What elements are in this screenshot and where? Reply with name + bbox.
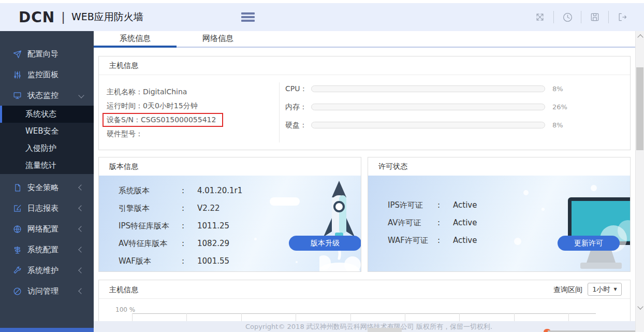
monitor-icon bbox=[13, 91, 22, 100]
main-content: 系统信息 网络信息 主机信息 主机名称：DigitalChina 运行时间：0天… bbox=[94, 31, 635, 321]
version-panel-body: 系统版本:4.01.20.1r1 引擎版本:V2.22 IPS特征库版本:101… bbox=[99, 176, 361, 271]
version-info-panel: 版本信息 系统版本:4.01.20.1r1 bbox=[98, 157, 361, 272]
logo-separator: | bbox=[61, 10, 65, 24]
sidebar-item-web-security[interactable]: WEB安全 bbox=[0, 123, 94, 140]
edit-icon bbox=[13, 204, 22, 213]
license-update-button[interactable]: 更新许可 bbox=[558, 236, 620, 251]
memory-usage-row: 内存： 26% bbox=[285, 98, 570, 116]
serial-number-row: 设备S/N：CSGS015000055412 bbox=[107, 113, 223, 127]
license-row: AV许可证:Active bbox=[388, 214, 630, 232]
icon-divider bbox=[608, 11, 609, 23]
document-icon bbox=[13, 183, 22, 192]
vertical-divider bbox=[279, 82, 280, 142]
clock-icon[interactable] bbox=[561, 11, 574, 23]
sidebar-item-intrusion-prevention[interactable]: 入侵防护 bbox=[0, 140, 94, 157]
sidebar-item-access-management[interactable]: 访问管理 bbox=[0, 281, 94, 301]
disk-usage-row: 硬盘： 8% bbox=[285, 116, 570, 134]
status-monitor-submenu: 系统状态 WEB安全 入侵防护 流量统计 bbox=[0, 106, 94, 174]
scroll-down-arrow-icon[interactable] bbox=[637, 304, 643, 309]
menu-collapse-icon[interactable] bbox=[241, 11, 255, 23]
version-row: 系统版本:4.01.20.1r1 bbox=[119, 182, 361, 199]
panel-title: 主机信息 bbox=[99, 56, 630, 75]
save-icon[interactable] bbox=[589, 11, 601, 23]
chevron-left-icon bbox=[78, 205, 84, 211]
sidebar-item-network-config[interactable]: 网络配置 bbox=[0, 219, 94, 239]
chevron-left-icon bbox=[78, 267, 84, 273]
sidebar-item-system-status[interactable]: 系统状态 bbox=[0, 106, 94, 123]
chevron-left-icon bbox=[78, 184, 84, 190]
resource-metrics: CPU： 8% 内存： 26% 硬盘： 8% bbox=[285, 80, 570, 134]
sidebar-item-security-policy[interactable]: 安全策略 bbox=[0, 177, 94, 198]
icon-divider bbox=[581, 11, 581, 23]
tab-network-info[interactable]: 网络信息 bbox=[177, 31, 259, 47]
y-axis-tick-label: 100 % bbox=[115, 306, 135, 313]
chevron-left-icon bbox=[78, 247, 84, 252]
license-status-panel: 许可状态 IPS许可证:Active AV许可证:Ac bbox=[368, 157, 631, 272]
sidebar-item-status-monitor[interactable]: 状态监控 bbox=[0, 85, 94, 106]
host-chart-panel: 主机信息 查询区间 1小时 ▼ 100 % bbox=[98, 280, 631, 321]
host-name-row: 主机名称：DigitalChina bbox=[107, 85, 223, 99]
license-row: IPS许可证:Active bbox=[388, 196, 630, 214]
panel-title: 版本信息 bbox=[99, 157, 361, 176]
version-row: WAF版本:1001.55 bbox=[119, 252, 361, 270]
sidebar-item-log-report[interactable]: 日志报表 bbox=[0, 198, 94, 219]
sidebar-bottom-accent bbox=[0, 328, 94, 332]
sliders-icon bbox=[13, 70, 22, 79]
vertical-scrollbar[interactable] bbox=[635, 31, 644, 332]
panel-title: 主机信息 bbox=[109, 281, 138, 298]
app-title: WEB应用防火墙 bbox=[71, 10, 143, 24]
license-panel-body: IPS许可证:Active AV许可证:Active WAF许可证:Active… bbox=[368, 176, 630, 271]
panel-title: 许可状态 bbox=[368, 157, 630, 176]
sidebar-nav: 配置向导 监控面板 状态监控 系统状态 bbox=[0, 31, 94, 328]
sidebar-item-config-wizard[interactable]: 配置向导 bbox=[0, 44, 94, 64]
globe-icon bbox=[13, 224, 22, 234]
sidebar-item-system-maintenance[interactable]: 系统维护 bbox=[0, 260, 94, 281]
scroll-up-arrow-icon[interactable] bbox=[637, 34, 643, 40]
host-info-panel: 主机信息 主机名称：DigitalChina 运行时间：0天0小时15分钟 设备… bbox=[98, 56, 631, 150]
version-row: 引擎版本:V2.22 bbox=[119, 199, 361, 217]
logout-icon[interactable] bbox=[616, 11, 628, 23]
scrollbar-thumb[interactable] bbox=[636, 67, 643, 150]
chart-gridlines bbox=[132, 313, 569, 321]
disk-progress-bar bbox=[311, 122, 545, 128]
serial-number-highlight: 设备S/N：CSGS015000055412 bbox=[103, 113, 223, 127]
sidebar-item-system-config[interactable]: 系统配置 bbox=[0, 239, 94, 260]
cpu-usage-row: CPU： 8% bbox=[285, 80, 570, 98]
sidebar-item-monitor-dashboard[interactable]: 监控面板 bbox=[0, 64, 94, 85]
version-upgrade-button[interactable]: 版本升级 bbox=[289, 236, 361, 251]
top-header-bar: DCN | WEB应用防火墙 bbox=[0, 3, 644, 32]
signpost-icon bbox=[13, 245, 22, 254]
chevron-left-icon bbox=[78, 226, 84, 232]
interval-select[interactable]: 1小时 ▼ bbox=[588, 283, 622, 296]
uptime-row: 运行时间：0天0小时15分钟 bbox=[107, 99, 223, 113]
hardware-model-row: 硬件型号： bbox=[107, 127, 223, 141]
tab-system-info[interactable]: 系统信息 bbox=[94, 31, 177, 47]
dropdown-caret-icon: ▼ bbox=[614, 281, 617, 298]
wrench-icon bbox=[13, 266, 22, 275]
block-icon bbox=[13, 286, 22, 296]
memory-progress-bar bbox=[311, 104, 545, 110]
chevron-left-icon bbox=[78, 288, 84, 294]
clipped-element bbox=[368, 328, 402, 332]
host-fields: 主机名称：DigitalChina 运行时间：0天0小时15分钟 设备S/N：C… bbox=[107, 85, 223, 141]
cpu-progress-bar bbox=[311, 85, 545, 92]
chevron-down-icon bbox=[78, 92, 84, 98]
query-interval-label: 查询区间 bbox=[553, 281, 582, 298]
tab-bar: 系统信息 网络信息 bbox=[94, 31, 635, 48]
paper-plane-icon bbox=[13, 49, 22, 59]
sidebar-item-traffic-stats[interactable]: 流量统计 bbox=[0, 157, 94, 174]
dcn-logo: DCN bbox=[19, 9, 55, 26]
version-row: IPS特征库版本:1011.25 bbox=[119, 217, 361, 235]
fullscreen-icon[interactable] bbox=[534, 11, 546, 23]
icon-divider bbox=[553, 11, 554, 23]
